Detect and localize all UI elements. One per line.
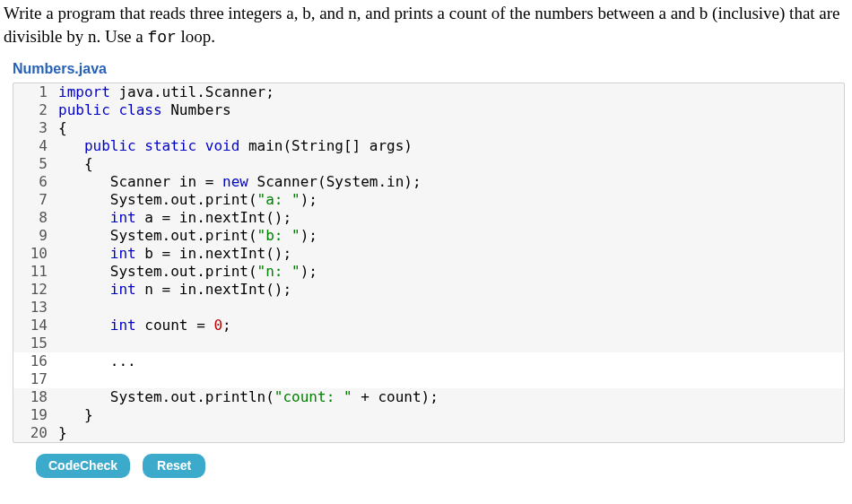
line-number: 9 <box>13 227 57 245</box>
codecheck-button[interactable]: CodeCheck <box>36 454 130 478</box>
code-line: 18 System.out.println("count: " + count)… <box>13 388 844 406</box>
code-line: 7 System.out.print("a: "); <box>13 191 844 209</box>
line-number: 5 <box>13 155 57 173</box>
code-line: 19 } <box>13 406 844 424</box>
code-editor[interactable]: 1import java.util.Scanner;2public class … <box>13 83 845 443</box>
line-number: 4 <box>13 137 57 155</box>
code-line: 20} <box>13 424 844 442</box>
line-number: 14 <box>13 317 57 335</box>
code-line: 15 <box>13 335 844 352</box>
line-number: 1 <box>13 83 57 101</box>
problem-statement: Write a program that reads three integer… <box>0 0 852 56</box>
line-number: 17 <box>13 370 57 388</box>
code-source: int count = 0; <box>57 317 844 335</box>
problem-inline-code: for <box>147 29 176 47</box>
filename-label: Numbers.java <box>0 56 852 83</box>
code-source: System.out.print("n: "); <box>57 263 844 281</box>
code-source: int a = in.nextInt(); <box>57 209 844 227</box>
code-line: 10 int b = in.nextInt(); <box>13 245 844 263</box>
code-source: Scanner in = new Scanner(System.in); <box>57 173 844 191</box>
line-number: 19 <box>13 406 57 424</box>
line-number: 11 <box>13 263 57 281</box>
code-source: System.out.println("count: " + count); <box>57 388 844 406</box>
code-line: 4 public static void main(String[] args) <box>13 137 844 155</box>
code-source: public static void main(String[] args) <box>57 137 844 155</box>
line-number: 16 <box>13 352 57 370</box>
code-line: 1import java.util.Scanner; <box>13 83 844 101</box>
code-line-editable[interactable]: 16 ... <box>13 352 844 370</box>
line-number: 15 <box>13 335 57 352</box>
line-number: 3 <box>13 119 57 137</box>
code-source: System.out.print("a: "); <box>57 191 844 209</box>
code-source: } <box>57 406 844 424</box>
line-number: 7 <box>13 191 57 209</box>
code-line: 2public class Numbers <box>13 101 844 119</box>
code-source: int b = in.nextInt(); <box>57 245 844 263</box>
problem-text-before: Write a program that reads three integer… <box>4 4 840 46</box>
code-line: 12 int n = in.nextInt(); <box>13 281 844 299</box>
problem-text-after: loop. <box>177 27 215 46</box>
code-line: 6 Scanner in = new Scanner(System.in); <box>13 173 844 191</box>
code-source: System.out.print("b: "); <box>57 227 844 245</box>
line-number: 6 <box>13 173 57 191</box>
code-line: 8 int a = in.nextInt(); <box>13 209 844 227</box>
code-source: import java.util.Scanner; <box>57 83 844 101</box>
line-number: 12 <box>13 281 57 299</box>
line-number: 8 <box>13 209 57 227</box>
code-source: { <box>57 155 844 173</box>
code-line: 14 int count = 0; <box>13 317 844 335</box>
reset-button[interactable]: Reset <box>143 454 205 478</box>
line-number: 18 <box>13 388 57 406</box>
line-number: 10 <box>13 245 57 263</box>
code-source: int n = in.nextInt(); <box>57 281 844 299</box>
code-line: 3{ <box>13 119 844 137</box>
code-source: public class Numbers <box>57 101 844 119</box>
code-line: 9 System.out.print("b: "); <box>13 227 844 245</box>
line-number: 13 <box>13 299 57 317</box>
code-source[interactable]: ... <box>57 352 844 370</box>
line-number: 2 <box>13 101 57 119</box>
code-source: { <box>57 119 844 137</box>
code-line: 11 System.out.print("n: "); <box>13 263 844 281</box>
code-line: 13 <box>13 299 844 317</box>
code-source: } <box>57 424 844 442</box>
button-row: CodeCheck Reset <box>0 443 852 485</box>
code-line-editable[interactable]: 17 <box>13 370 844 388</box>
code-line: 5 { <box>13 155 844 173</box>
line-number: 20 <box>13 424 57 442</box>
